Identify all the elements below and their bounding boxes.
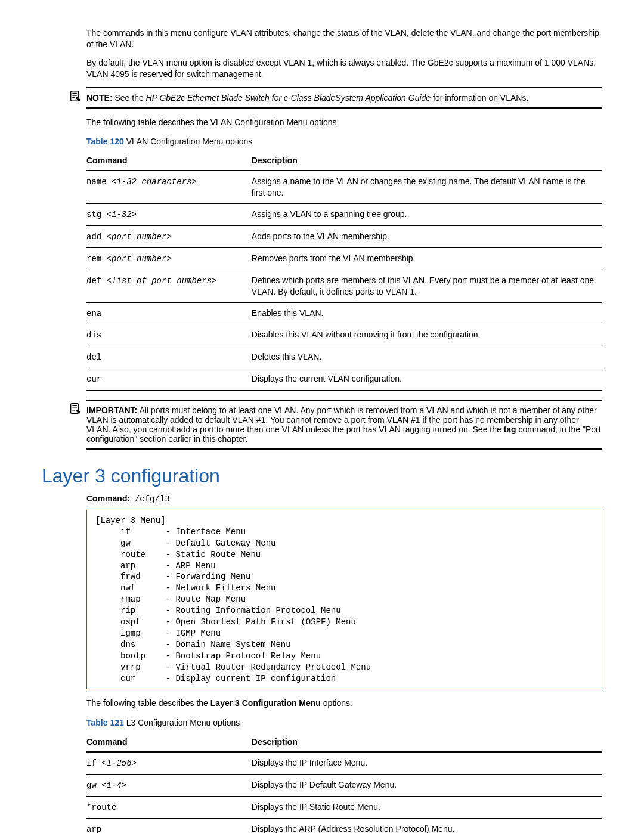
- command-line: Command: /cfg/l3: [86, 493, 602, 505]
- command-cell: gw <1-4>: [86, 775, 252, 797]
- command-cell: name <1-32 characters>: [86, 171, 252, 203]
- description-cell: Defines which ports are members of this …: [252, 270, 602, 302]
- intro-paragraph-2: By default, the VLAN menu option is disa…: [86, 57, 602, 80]
- description-cell: Enables this VLAN.: [252, 302, 602, 324]
- th-description: Description: [252, 732, 602, 752]
- table120: Command Description name <1-32 character…: [86, 151, 602, 391]
- command-cell: dis: [86, 324, 252, 346]
- command-cell: def <list of port numbers>: [86, 270, 252, 302]
- command-cell: if <1-256>: [86, 752, 252, 774]
- table-row: enaEnables this VLAN.: [86, 302, 602, 324]
- table120-caption: Table 120 VLAN Configuration Menu option…: [86, 136, 602, 147]
- table-row: disDisables this VLAN without removing i…: [86, 324, 602, 346]
- important-icon: [69, 402, 82, 417]
- note-label: NOTE:: [86, 93, 113, 103]
- table121-intro: The following table describes the Layer …: [86, 698, 602, 709]
- th-command: Command: [86, 151, 252, 171]
- table-row: arpDisplays the ARP (Address Resolution …: [86, 818, 602, 833]
- description-cell: Deletes this VLAN.: [252, 346, 602, 368]
- description-cell: Assigns a name to the VLAN or changes th…: [252, 171, 602, 203]
- description-cell: Displays the IP Static Route Menu.: [252, 796, 602, 818]
- table-row: curDisplays the current VLAN configurati…: [86, 368, 602, 391]
- note-italic: HP GbE2c Ethernet Blade Switch for c-Cla…: [146, 93, 431, 103]
- table-row: def <list of port numbers>Defines which …: [86, 270, 602, 302]
- command-cell: rem <port number>: [86, 247, 252, 270]
- description-cell: Displays the IP Interface Menu.: [252, 752, 602, 774]
- table-row: *routeDisplays the IP Static Route Menu.: [86, 796, 602, 818]
- table-row: rem <port number>Removes ports from the …: [86, 247, 602, 270]
- command-cell: stg <1-32>: [86, 204, 252, 226]
- note-icon: [69, 89, 82, 104]
- description-cell: Displays the current VLAN configuration.: [252, 368, 602, 391]
- command-cell: cur: [86, 368, 252, 391]
- command-cell: *route: [86, 796, 252, 818]
- table121-caption: Table 121 L3 Configuration Menu options: [86, 717, 602, 729]
- description-cell: Removes ports from the VLAN membership.: [252, 247, 602, 270]
- description-cell: Displays the ARP (Address Resolution Pro…: [252, 818, 602, 833]
- command-cell: add <port number>: [86, 226, 252, 248]
- table-row: gw <1-4>Displays the IP Default Gateway …: [86, 775, 602, 797]
- table-row: add <port number>Adds ports to the VLAN …: [86, 226, 602, 248]
- important-label: IMPORTANT:: [86, 405, 137, 415]
- description-cell: Assigns a VLAN to a spanning tree group.: [252, 204, 602, 226]
- table120-intro: The following table describes the VLAN C…: [86, 117, 602, 128]
- description-cell: Disables this VLAN without removing it f…: [252, 324, 602, 346]
- important-block: IMPORTANT: All ports must belong to at l…: [86, 400, 602, 450]
- th-description: Description: [252, 151, 602, 171]
- table121: Command Description if <1-256>Displays t…: [86, 732, 602, 833]
- note-block: NOTE: See the HP GbE2c Ethernet Blade Sw…: [86, 87, 602, 109]
- th-command: Command: [86, 732, 252, 752]
- code-box: [Layer 3 Menu] if - Interface Menu gw - …: [86, 510, 602, 689]
- table-row: stg <1-32>Assigns a VLAN to a spanning t…: [86, 204, 602, 226]
- table-row: name <1-32 characters>Assigns a name to …: [86, 171, 602, 203]
- description-cell: Adds ports to the VLAN membership.: [252, 226, 602, 248]
- command-cell: ena: [86, 302, 252, 324]
- description-cell: Displays the IP Default Gateway Menu.: [252, 775, 602, 797]
- command-cell: del: [86, 346, 252, 368]
- intro-paragraph-1: The commands in this menu configure VLAN…: [86, 27, 602, 50]
- section-heading: Layer 3 configuration: [42, 465, 602, 487]
- table-row: if <1-256>Displays the IP Interface Menu…: [86, 752, 602, 774]
- command-cell: arp: [86, 818, 252, 833]
- table-row: delDeletes this VLAN.: [86, 346, 602, 368]
